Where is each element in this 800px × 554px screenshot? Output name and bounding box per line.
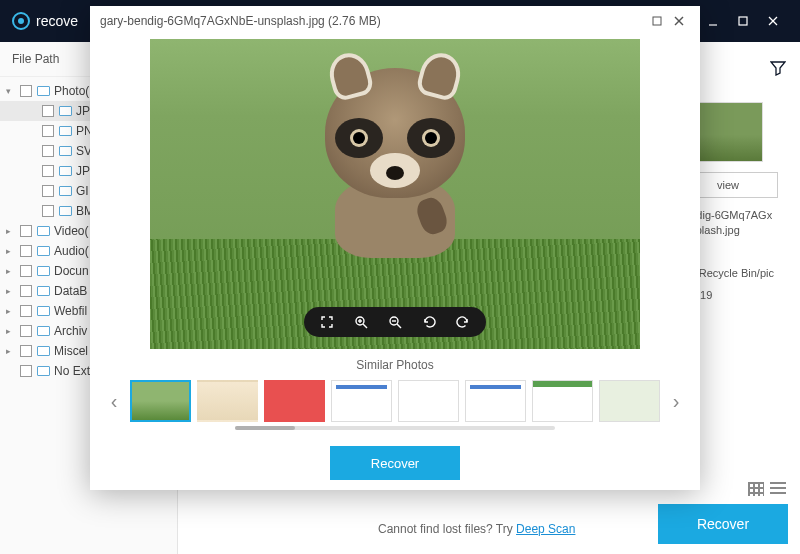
thumbnail-item[interactable] bbox=[465, 380, 526, 422]
close-button[interactable] bbox=[758, 6, 788, 36]
thumbnail-item[interactable] bbox=[264, 380, 325, 422]
folder-icon bbox=[58, 144, 72, 158]
tree-item-label: Miscel bbox=[54, 344, 88, 358]
folder-icon bbox=[58, 124, 72, 138]
tree-item-label: Docun bbox=[54, 264, 89, 278]
fit-screen-icon[interactable] bbox=[318, 313, 336, 331]
tree-item-label: Video( bbox=[54, 224, 88, 238]
thumbnail-item[interactable] bbox=[532, 380, 593, 422]
app-logo: recove bbox=[12, 12, 78, 30]
preview-modal: gary-bendig-6GMq7AGxNbE-unsplash.jpg (2.… bbox=[90, 6, 700, 490]
maximize-button[interactable] bbox=[728, 6, 758, 36]
folder-icon bbox=[58, 164, 72, 178]
similar-section: Similar Photos ‹ › bbox=[90, 352, 700, 440]
modal-header: gary-bendig-6GMq7AGxNbE-unsplash.jpg (2.… bbox=[90, 6, 700, 36]
tree-checkbox[interactable] bbox=[42, 145, 54, 157]
tree-item-label: DataB bbox=[54, 284, 87, 298]
svg-rect-1 bbox=[739, 17, 747, 25]
tree-caret-icon: ▸ bbox=[6, 286, 16, 296]
thumbs-prev-icon[interactable]: ‹ bbox=[104, 386, 124, 416]
tree-item-label: Archiv bbox=[54, 324, 87, 338]
image-toolbar bbox=[304, 307, 486, 337]
tree-caret-icon: ▸ bbox=[6, 266, 16, 276]
preview-image bbox=[150, 39, 640, 349]
zoom-in-icon[interactable] bbox=[352, 313, 370, 331]
tree-checkbox[interactable] bbox=[42, 205, 54, 217]
modal-title: gary-bendig-6GMq7AGxNbE-unsplash.jpg (2.… bbox=[100, 14, 381, 28]
folder-icon bbox=[58, 204, 72, 218]
modal-maximize-button[interactable] bbox=[646, 10, 668, 32]
tree-caret-icon: ▸ bbox=[6, 346, 16, 356]
tree-checkbox[interactable] bbox=[20, 345, 32, 357]
folder-icon bbox=[36, 244, 50, 258]
filter-icon[interactable] bbox=[770, 60, 786, 76]
folder-icon bbox=[36, 324, 50, 338]
folder-icon bbox=[36, 224, 50, 238]
tree-caret-icon: ▸ bbox=[6, 306, 16, 316]
tree-checkbox[interactable] bbox=[42, 165, 54, 177]
folder-icon bbox=[36, 304, 50, 318]
deepscan-hint: Cannot find lost files? Try Deep Scan bbox=[378, 522, 575, 536]
tree-checkbox[interactable] bbox=[20, 285, 32, 297]
thumbnail-item[interactable] bbox=[398, 380, 459, 422]
tree-checkbox[interactable] bbox=[20, 85, 32, 97]
svg-rect-4 bbox=[653, 17, 661, 25]
tree-checkbox[interactable] bbox=[42, 185, 54, 197]
tree-item-label: Photo( bbox=[54, 84, 89, 98]
list-view-icon[interactable] bbox=[770, 482, 786, 496]
similar-label: Similar Photos bbox=[90, 358, 700, 372]
svg-line-8 bbox=[363, 324, 367, 328]
thumbnail-item[interactable] bbox=[197, 380, 258, 422]
tree-checkbox[interactable] bbox=[20, 325, 32, 337]
deepscan-link[interactable]: Deep Scan bbox=[516, 522, 575, 536]
tree-caret-icon: ▾ bbox=[6, 86, 16, 96]
modal-recover-button[interactable]: Recover bbox=[330, 446, 460, 480]
tree-checkbox[interactable] bbox=[20, 225, 32, 237]
tree-item-label: No Ext bbox=[54, 364, 90, 378]
folder-icon bbox=[36, 344, 50, 358]
logo-icon bbox=[12, 12, 30, 30]
tree-checkbox[interactable] bbox=[20, 305, 32, 317]
folder-icon bbox=[58, 104, 72, 118]
rotate-right-icon[interactable] bbox=[454, 313, 472, 331]
view-toggles bbox=[748, 482, 786, 496]
modal-close-button[interactable] bbox=[668, 10, 690, 32]
thumbnail-strip bbox=[130, 380, 660, 422]
tree-item-label: Audio( bbox=[54, 244, 89, 258]
tree-checkbox[interactable] bbox=[20, 365, 32, 377]
tree-checkbox[interactable] bbox=[42, 125, 54, 137]
tree-caret-icon: ▸ bbox=[6, 326, 16, 336]
thumbnail-scrollbar[interactable] bbox=[235, 426, 555, 430]
folder-icon bbox=[58, 184, 72, 198]
folder-icon bbox=[36, 84, 50, 98]
thumbs-next-icon[interactable]: › bbox=[666, 386, 686, 416]
zoom-out-icon[interactable] bbox=[386, 313, 404, 331]
folder-icon bbox=[36, 364, 50, 378]
tree-caret-icon: ▸ bbox=[6, 226, 16, 236]
thumbnail-item[interactable] bbox=[599, 380, 660, 422]
tree-checkbox[interactable] bbox=[20, 245, 32, 257]
tree-item-label: GI bbox=[76, 184, 89, 198]
tree-item-label: Webfil bbox=[54, 304, 87, 318]
thumbnail-item[interactable] bbox=[331, 380, 392, 422]
preview-area bbox=[90, 36, 700, 352]
svg-line-12 bbox=[397, 324, 401, 328]
tree-checkbox[interactable] bbox=[20, 265, 32, 277]
folder-icon bbox=[36, 264, 50, 278]
logo-text: recove bbox=[36, 13, 78, 29]
folder-icon bbox=[36, 284, 50, 298]
minimize-button[interactable] bbox=[698, 6, 728, 36]
tree-checkbox[interactable] bbox=[42, 105, 54, 117]
tree-caret-icon: ▸ bbox=[6, 246, 16, 256]
recover-button[interactable]: Recover bbox=[658, 504, 788, 544]
rotate-left-icon[interactable] bbox=[420, 313, 438, 331]
grid-view-icon[interactable] bbox=[748, 482, 764, 496]
thumbnail-item[interactable] bbox=[130, 380, 191, 422]
